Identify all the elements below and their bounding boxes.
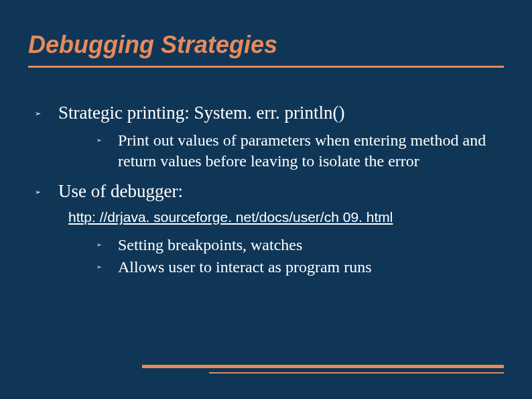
slide: Debugging Strategies ➢ Strategic printin… <box>0 0 532 399</box>
chevron-right-icon: ➢ <box>35 188 41 196</box>
chevron-right-icon: ➢ <box>96 264 102 270</box>
divider-thin <box>209 372 504 374</box>
sub-list-item: ➢ Allows user to interact as program run… <box>96 257 504 278</box>
divider-thick <box>142 365 504 368</box>
list-item: ➢ Use of debugger: <box>35 180 504 203</box>
chevron-right-icon: ➢ <box>35 109 41 118</box>
list-item-text: Strategic printing: System. err. println… <box>58 101 344 125</box>
chevron-right-icon: ➢ <box>96 241 102 248</box>
chevron-right-icon: ➢ <box>96 137 102 144</box>
reference-link: http: //drjava. sourceforge. net/docs/us… <box>68 209 504 225</box>
slide-title: Debugging Strategies <box>28 31 504 59</box>
sub-list-item-text: Print out values of parameters when ente… <box>118 130 504 172</box>
sub-list-item-text: Allows user to interact as program runs <box>118 257 372 278</box>
sub-list-item-text: Setting breakpoints, watches <box>118 235 302 255</box>
content-area: ➢ Strategic printing: System. err. print… <box>28 101 504 278</box>
footer-decoration <box>142 365 504 374</box>
sub-list-item: ➢ Print out values of parameters when en… <box>96 130 504 172</box>
sub-list-item: ➢ Setting breakpoints, watches <box>96 235 504 255</box>
list-item-text: Use of debugger: <box>58 180 183 203</box>
title-underline <box>28 66 504 68</box>
list-item: ➢ Strategic printing: System. err. print… <box>35 101 504 125</box>
